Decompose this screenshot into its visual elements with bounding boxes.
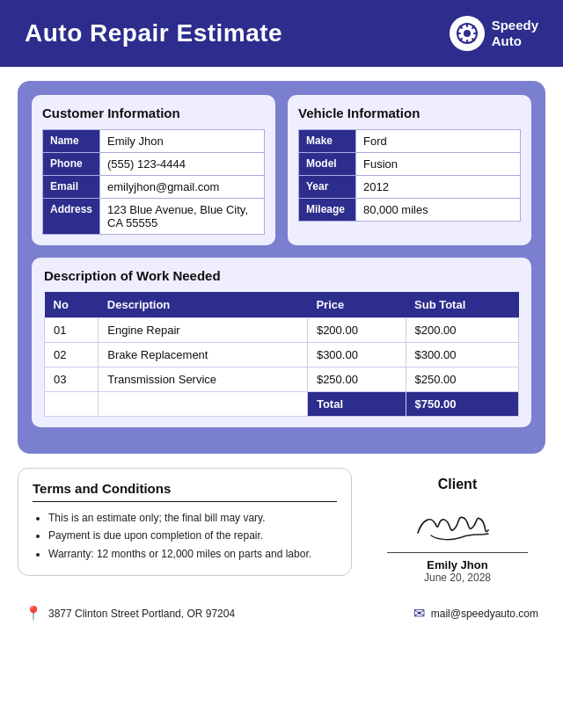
logo-icon [450, 16, 485, 51]
vehicle-year-label: Year [299, 176, 356, 199]
table-row: Year 2012 [299, 176, 521, 199]
header: Auto Repair Estimate SpeedyAuto [0, 0, 563, 67]
col-subtotal: Sub Total [406, 292, 518, 318]
client-date: June 20, 2028 [369, 571, 545, 584]
terms-list: This is an estimate only; the final bill… [33, 509, 337, 563]
signature-svg [400, 502, 515, 550]
customer-email-value: emilyjhon@gmail.com [100, 176, 265, 199]
list-item: Warranty: 12 months or 12,000 miles on p… [48, 545, 337, 563]
main-card: Customer Information Name Emily Jhon Pho… [18, 81, 545, 454]
vehicle-mileage-label: Mileage [299, 199, 356, 222]
total-row: Total $750.00 [45, 392, 519, 417]
logo-text: SpeedyAuto [492, 18, 538, 49]
total-empty-2 [99, 392, 308, 417]
customer-name-value: Emily Jhon [100, 130, 265, 153]
table-row: Name Emily Jhon [43, 130, 265, 153]
table-row: Model Fusion [299, 153, 521, 176]
customer-phone-label: Phone [43, 153, 100, 176]
client-box: Client Emily Jhon June 20, 2028 [369, 468, 545, 584]
work-price-2: $300.00 [307, 343, 406, 368]
signature-area [369, 499, 545, 552]
client-label: Client [369, 477, 545, 492]
list-item: This is an estimate only; the final bill… [48, 509, 337, 527]
gear-icon [456, 22, 479, 45]
customer-panel: Customer Information Name Emily Jhon Pho… [32, 95, 275, 245]
client-name: Emily Jhon [369, 558, 545, 571]
work-no-2: 02 [45, 343, 99, 368]
customer-table: Name Emily Jhon Phone (555) 123-4444 Ema… [42, 129, 265, 235]
list-item: Payment is due upon completion of the re… [48, 527, 337, 544]
total-label: Total [307, 392, 406, 417]
info-row: Customer Information Name Emily Jhon Pho… [32, 95, 531, 245]
vehicle-year-value: 2012 [356, 176, 521, 199]
table-row: Mileage 80,000 miles [299, 199, 521, 222]
email-icon: ✉ [413, 605, 425, 622]
col-description: Description [99, 292, 308, 318]
vehicle-mileage-value: 80,000 miles [356, 199, 521, 222]
table-row: Address 123 Blue Avenue, Blue City, CA 5… [43, 199, 265, 235]
col-price: Price [307, 292, 406, 318]
total-value: $750.00 [406, 392, 518, 417]
vehicle-model-label: Model [299, 153, 356, 176]
vehicle-model-value: Fusion [356, 153, 521, 176]
work-desc-2: Brake Replacement [99, 343, 308, 368]
table-row: 01 Engine Repair $200.00 $200.00 [45, 318, 519, 343]
page-title: Auto Repair Estimate [25, 19, 282, 47]
vehicle-make-label: Make [299, 130, 356, 153]
total-empty-1 [45, 392, 99, 417]
location-icon: 📍 [25, 605, 42, 622]
work-subtotal-2: $300.00 [406, 343, 518, 368]
work-price-1: $200.00 [307, 318, 406, 343]
customer-name-label: Name [43, 130, 100, 153]
table-row: 02 Brake Replacement $300.00 $300.00 [45, 343, 519, 368]
footer-address-text: 3877 Clinton Street Portland, OR 97204 [48, 608, 235, 620]
footer-email: ✉ mail@speedyauto.com [413, 605, 538, 622]
footer-address: 📍 3877 Clinton Street Portland, OR 97204 [25, 605, 235, 622]
customer-address-value: 123 Blue Avenue, Blue City, CA 55555 [100, 199, 265, 235]
work-subtotal-1: $200.00 [406, 318, 518, 343]
work-desc-3: Transmission Service [99, 368, 308, 392]
logo-area: SpeedyAuto [450, 16, 538, 51]
customer-section-title: Customer Information [42, 106, 265, 120]
work-price-3: $250.00 [307, 368, 406, 392]
footer: 📍 3877 Clinton Street Portland, OR 97204… [0, 593, 563, 632]
work-no-3: 03 [45, 368, 99, 392]
work-section-title: Description of Work Needed [44, 268, 519, 283]
work-panel: Description of Work Needed No Descriptio… [32, 258, 531, 427]
vehicle-make-value: Ford [356, 130, 521, 153]
work-no-1: 01 [45, 318, 99, 343]
work-desc-1: Engine Repair [99, 318, 308, 343]
terms-title: Terms and Conditions [33, 481, 337, 502]
vehicle-panel: Vehicle Information Make Ford Model Fusi… [288, 95, 531, 245]
work-table-header: No Description Price Sub Total [45, 292, 519, 318]
table-row: Email emilyjhon@gmail.com [43, 176, 265, 199]
terms-box: Terms and Conditions This is an estimate… [18, 468, 352, 576]
signature-line [387, 552, 528, 553]
table-row: Phone (555) 123-4444 [43, 153, 265, 176]
bottom-section: Terms and Conditions This is an estimate… [18, 468, 545, 584]
table-row: Make Ford [299, 130, 521, 153]
footer-email-text: mail@speedyauto.com [431, 608, 538, 620]
customer-phone-value: (555) 123-4444 [100, 153, 265, 176]
customer-address-label: Address [43, 199, 100, 235]
svg-point-1 [464, 30, 471, 37]
vehicle-section-title: Vehicle Information [298, 106, 521, 120]
vehicle-table: Make Ford Model Fusion Year 2012 Mileage… [298, 129, 521, 222]
col-no: No [45, 292, 99, 318]
table-row: 03 Transmission Service $250.00 $250.00 [45, 368, 519, 392]
work-table: No Description Price Sub Total 01 Engine… [44, 292, 519, 417]
work-subtotal-3: $250.00 [406, 368, 518, 392]
customer-email-label: Email [43, 176, 100, 199]
